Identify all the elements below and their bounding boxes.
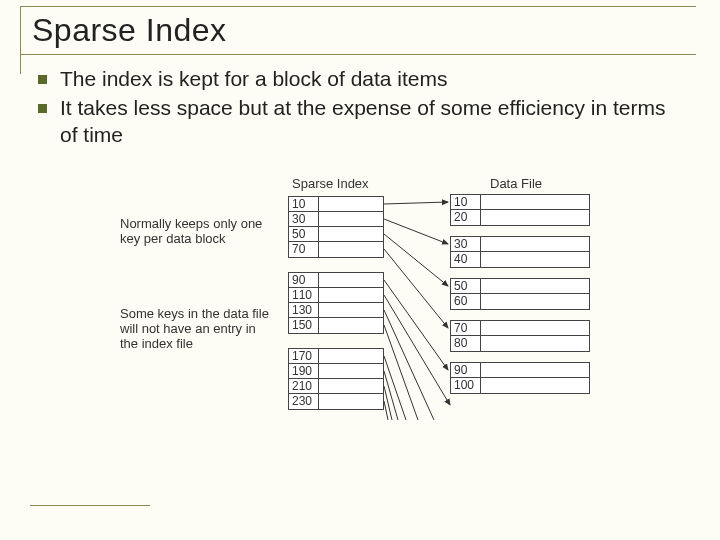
index-ptr bbox=[319, 318, 383, 333]
index-ptr bbox=[319, 364, 383, 378]
arrow-icon bbox=[384, 325, 418, 420]
index-row: 110 bbox=[289, 288, 383, 303]
data-row: 50 bbox=[451, 279, 589, 294]
rule-left bbox=[20, 6, 21, 74]
index-key: 190 bbox=[289, 364, 319, 378]
index-key: 110 bbox=[289, 288, 319, 302]
index-key: 30 bbox=[289, 212, 319, 226]
data-rest bbox=[481, 363, 589, 377]
data-rest bbox=[481, 336, 589, 351]
index-block: 10 30 50 70 bbox=[288, 196, 384, 258]
index-ptr bbox=[319, 227, 383, 241]
index-row: 70 bbox=[289, 242, 383, 257]
note-text: Normally keeps only one key per data blo… bbox=[120, 216, 270, 246]
data-key: 40 bbox=[451, 252, 481, 267]
data-rest bbox=[481, 378, 589, 393]
index-row: 90 bbox=[289, 273, 383, 288]
data-block: 50 60 bbox=[450, 278, 590, 310]
data-key: 70 bbox=[451, 321, 481, 335]
index-ptr bbox=[319, 379, 383, 393]
data-row: 10 bbox=[451, 195, 589, 210]
data-row: 70 bbox=[451, 321, 589, 336]
data-rest bbox=[481, 252, 589, 267]
index-ptr bbox=[319, 394, 383, 409]
index-key: 170 bbox=[289, 349, 319, 363]
data-row: 100 bbox=[451, 378, 589, 393]
arrow-icon bbox=[384, 280, 448, 370]
bullet-item: The index is kept for a block of data it… bbox=[60, 66, 680, 93]
data-row: 90 bbox=[451, 363, 589, 378]
index-block: 170 190 210 230 bbox=[288, 348, 384, 410]
index-ptr bbox=[319, 273, 383, 287]
data-key: 50 bbox=[451, 279, 481, 293]
index-row: 130 bbox=[289, 303, 383, 318]
data-block: 10 20 bbox=[450, 194, 590, 226]
data-key: 100 bbox=[451, 378, 481, 393]
index-key: 130 bbox=[289, 303, 319, 317]
data-key: 10 bbox=[451, 195, 481, 209]
slide-title: Sparse Index bbox=[32, 12, 227, 49]
label-data-file: Data File bbox=[490, 176, 542, 191]
data-key: 20 bbox=[451, 210, 481, 225]
rule-top bbox=[20, 6, 696, 7]
index-ptr bbox=[319, 288, 383, 302]
data-key: 80 bbox=[451, 336, 481, 351]
index-ptr bbox=[319, 242, 383, 257]
data-rest bbox=[481, 294, 589, 309]
index-key: 50 bbox=[289, 227, 319, 241]
index-row: 30 bbox=[289, 212, 383, 227]
data-key: 60 bbox=[451, 294, 481, 309]
data-block: 90 100 bbox=[450, 362, 590, 394]
index-row: 230 bbox=[289, 394, 383, 409]
index-key: 90 bbox=[289, 273, 319, 287]
data-row: 60 bbox=[451, 294, 589, 309]
index-key: 230 bbox=[289, 394, 319, 409]
data-block: 70 80 bbox=[450, 320, 590, 352]
data-key: 30 bbox=[451, 237, 481, 251]
data-row: 30 bbox=[451, 237, 589, 252]
arrow-icon bbox=[384, 401, 388, 420]
data-row: 40 bbox=[451, 252, 589, 267]
index-row: 210 bbox=[289, 379, 383, 394]
index-row: 190 bbox=[289, 364, 383, 379]
diagram: Sparse Index Data File Normally keeps on… bbox=[120, 180, 680, 480]
rule-bottom bbox=[20, 54, 696, 55]
index-ptr bbox=[319, 197, 383, 211]
index-key: 70 bbox=[289, 242, 319, 257]
arrow-icon bbox=[384, 310, 434, 420]
bullet-item: It takes less space but at the expense o… bbox=[60, 95, 680, 149]
label-sparse-index: Sparse Index bbox=[292, 176, 369, 191]
data-key: 90 bbox=[451, 363, 481, 377]
data-row: 80 bbox=[451, 336, 589, 351]
index-key: 210 bbox=[289, 379, 319, 393]
index-ptr bbox=[319, 303, 383, 317]
index-key: 150 bbox=[289, 318, 319, 333]
data-block: 30 40 bbox=[450, 236, 590, 268]
arrow-icon bbox=[384, 356, 406, 420]
index-row: 50 bbox=[289, 227, 383, 242]
data-rest bbox=[481, 195, 589, 209]
arrow-icon bbox=[384, 295, 450, 405]
arrow-icon bbox=[384, 371, 398, 420]
index-row: 10 bbox=[289, 197, 383, 212]
index-row: 170 bbox=[289, 349, 383, 364]
index-ptr bbox=[319, 212, 383, 226]
arrow-icon bbox=[384, 386, 392, 420]
data-rest bbox=[481, 237, 589, 251]
index-ptr bbox=[319, 349, 383, 363]
index-key: 10 bbox=[289, 197, 319, 211]
index-row: 150 bbox=[289, 318, 383, 333]
index-block: 90 110 130 150 bbox=[288, 272, 384, 334]
note-text: Some keys in the data file will not have… bbox=[120, 306, 270, 351]
arrow-icon bbox=[384, 219, 448, 244]
bullet-list: The index is kept for a block of data it… bbox=[60, 66, 680, 151]
arrow-icon bbox=[384, 234, 448, 286]
arrow-icon bbox=[384, 202, 448, 204]
data-rest bbox=[481, 279, 589, 293]
data-row: 20 bbox=[451, 210, 589, 225]
arrow-icon bbox=[384, 249, 448, 328]
rule-footer bbox=[30, 505, 150, 506]
data-rest bbox=[481, 321, 589, 335]
data-rest bbox=[481, 210, 589, 225]
